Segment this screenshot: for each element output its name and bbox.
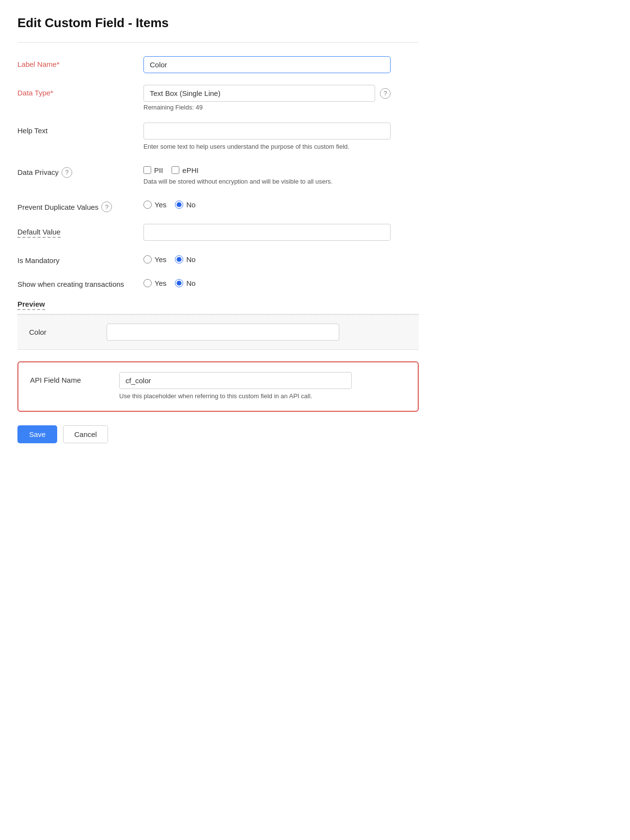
is-mandatory-yes-text: Yes [155, 255, 166, 264]
pii-checkbox[interactable] [143, 166, 151, 174]
pii-label: PII [154, 166, 163, 174]
prevent-duplicate-no-text: No [186, 201, 195, 209]
ephi-label: ePHI [182, 166, 198, 174]
default-value-label-text: Default Value [17, 228, 61, 238]
label-name-label: Label Name* [17, 56, 143, 68]
is-mandatory-no-label[interactable]: No [175, 255, 195, 264]
preview-inner: Color [17, 314, 419, 350]
api-field-input[interactable] [119, 372, 352, 389]
prevent-duplicate-radios: Yes No [143, 198, 419, 209]
preview-field-input[interactable] [107, 324, 339, 341]
preview-field-label: Color [29, 328, 107, 336]
data-type-help-icon[interactable]: ? [380, 88, 391, 99]
api-field-control: Use this placeholder when referring to t… [119, 372, 406, 401]
save-button[interactable]: Save [17, 425, 57, 443]
label-name-input[interactable] [143, 56, 391, 73]
prevent-duplicate-no-radio[interactable] [175, 201, 183, 209]
ephi-checkbox-label[interactable]: ePHI [172, 166, 198, 174]
prevent-duplicate-row: Prevent Duplicate Values ? Yes No [17, 198, 419, 212]
prevent-duplicate-help-icon[interactable]: ? [101, 202, 112, 212]
prevent-duplicate-no-label[interactable]: No [175, 201, 195, 209]
data-type-select[interactable]: Text Box (Single Line) Text Box (Multi L… [143, 85, 375, 102]
data-privacy-control: PII ePHI Data will be stored without enc… [143, 163, 419, 187]
form-buttons: Save Cancel [17, 425, 419, 443]
title-divider [17, 42, 419, 43]
prevent-duplicate-yes-label[interactable]: Yes [143, 201, 166, 209]
prevent-duplicate-control: Yes No [143, 198, 419, 209]
api-field-label: API Field Name [30, 372, 108, 384]
data-type-select-wrapper: Text Box (Single Line) Text Box (Multi L… [143, 85, 391, 102]
show-creating-yes-radio[interactable] [143, 279, 152, 287]
label-name-control [143, 56, 419, 73]
is-mandatory-label: Is Mandatory [17, 252, 143, 264]
show-creating-yes-label[interactable]: Yes [143, 279, 166, 287]
preview-row: Color [17, 315, 419, 349]
help-text-row: Help Text Enter some text to help users … [17, 123, 419, 152]
data-privacy-row: Data Privacy ? PII ePHI Data will be sto… [17, 163, 419, 187]
data-type-label: Data Type* [17, 85, 143, 97]
prevent-duplicate-yes-radio[interactable] [143, 201, 152, 209]
api-field-section: API Field Name Use this placeholder when… [17, 361, 419, 412]
help-text-hint: Enter some text to help users understand… [143, 142, 391, 152]
data-type-row: Data Type* Text Box (Single Line) Text B… [17, 85, 419, 111]
is-mandatory-yes-label[interactable]: Yes [143, 255, 166, 264]
prevent-duplicate-yes-text: Yes [155, 201, 166, 209]
is-mandatory-radios: Yes No [143, 252, 419, 264]
cancel-button[interactable]: Cancel [63, 425, 108, 443]
help-text-label: Help Text [17, 123, 143, 135]
data-privacy-label: Data Privacy ? [17, 163, 143, 178]
help-text-input[interactable] [143, 123, 391, 140]
show-creating-no-text: No [186, 279, 195, 287]
data-type-control: Text Box (Single Line) Text Box (Multi L… [143, 85, 419, 111]
data-privacy-hint: Data will be stored without encryption a… [143, 177, 391, 187]
label-name-row: Label Name* [17, 56, 419, 73]
data-privacy-checkboxes: PII ePHI [143, 163, 419, 174]
is-mandatory-yes-radio[interactable] [143, 255, 152, 264]
page-title: Edit Custom Field - Items [17, 16, 419, 31]
default-value-control [143, 224, 419, 241]
default-value-row: Default Value [17, 224, 419, 241]
data-privacy-help-icon[interactable]: ? [62, 167, 72, 178]
ephi-checkbox[interactable] [172, 166, 179, 174]
pii-checkbox-label[interactable]: PII [143, 166, 163, 174]
show-creating-no-label[interactable]: No [175, 279, 195, 287]
show-creating-control: Yes No [143, 276, 419, 287]
is-mandatory-no-radio[interactable] [175, 255, 183, 264]
is-mandatory-no-text: No [186, 255, 195, 264]
show-creating-yes-text: Yes [155, 279, 166, 287]
is-mandatory-control: Yes No [143, 252, 419, 264]
show-creating-row: Show when creating transactions Yes No [17, 276, 419, 288]
api-field-row: API Field Name Use this placeholder when… [30, 372, 406, 401]
default-value-label: Default Value [17, 224, 143, 238]
preview-label: Preview [17, 300, 45, 310]
show-creating-no-radio[interactable] [175, 279, 183, 287]
show-creating-radios: Yes No [143, 276, 419, 287]
is-mandatory-row: Is Mandatory Yes No [17, 252, 419, 264]
prevent-duplicate-label: Prevent Duplicate Values ? [17, 198, 143, 212]
show-creating-label: Show when creating transactions [17, 276, 143, 288]
help-text-control: Enter some text to help users understand… [143, 123, 419, 152]
remaining-fields-text: Remaining Fields: 49 [143, 104, 419, 111]
preview-section: Preview Color [17, 300, 419, 350]
default-value-input[interactable] [143, 224, 391, 241]
api-field-hint: Use this placeholder when referring to t… [119, 391, 366, 401]
